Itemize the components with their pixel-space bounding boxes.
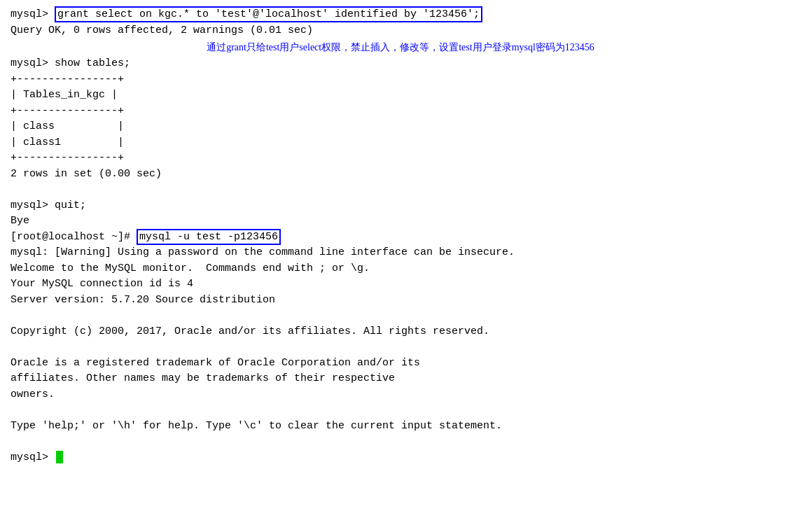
empty-line (11, 308, 790, 324)
terminal-line: mysql: [Warning] Using a password on the… (11, 245, 790, 261)
terminal-line: affiliates. Other names may be trademark… (11, 371, 790, 387)
highlighted-command: grant select on kgc.* to 'test'@'localho… (55, 6, 482, 22)
terminal-line: mysql> grant select on kgc.* to 'test'@'… (11, 7, 790, 23)
terminal-line: owners. (11, 387, 790, 403)
terminal-line: Oracle is a registered trademark of Orac… (11, 356, 790, 372)
prompt: [root@localhost ~]# (11, 231, 137, 243)
annotation-text: 通过grant只给test用户select权限，禁止插入，修改等，设置test用… (11, 40, 790, 55)
cursor (56, 451, 63, 463)
terminal-line: Copyright (c) 2000, 2017, Oracle and/or … (11, 324, 790, 340)
cursor-line: mysql> (11, 450, 790, 466)
terminal-line: Type 'help;' or '\h' for help. Type '\c'… (11, 419, 790, 435)
prompt: mysql> (11, 8, 55, 20)
terminal-line: 2 rows in set (0.00 sec) (11, 167, 790, 183)
terminal-line: Your MySQL connection id is 4 (11, 276, 790, 293)
terminal-line: Welcome to the MySQL monitor. Commands e… (11, 261, 790, 277)
prompt: mysql> (11, 451, 55, 463)
table-row: | class | (11, 119, 790, 135)
terminal-line: Bye (11, 214, 790, 230)
table-row: | Tables_in_kgc | (11, 88, 790, 104)
table-row: +----------------+ (11, 104, 790, 120)
highlighted-command: mysql -u test -p123456 (137, 229, 281, 245)
terminal-line: Server version: 5.7.20 Source distributi… (11, 293, 790, 309)
empty-line (11, 434, 790, 450)
table-row: +----------------+ (11, 72, 790, 88)
terminal-line: [root@localhost ~]# mysql -u test -p1234… (11, 230, 790, 246)
terminal-line: Query OK, 0 rows affected, 2 warnings (0… (11, 23, 790, 39)
table-row: +----------------+ (11, 150, 790, 167)
terminal-line: mysql> quit; (11, 198, 790, 214)
table-row: | class1 | (11, 135, 790, 151)
terminal-window: mysql> grant select on kgc.* to 'test'@'… (0, 0, 801, 532)
empty-line (11, 402, 790, 419)
terminal-line: mysql> show tables; (11, 56, 790, 72)
empty-line (11, 182, 790, 198)
empty-line (11, 340, 790, 356)
